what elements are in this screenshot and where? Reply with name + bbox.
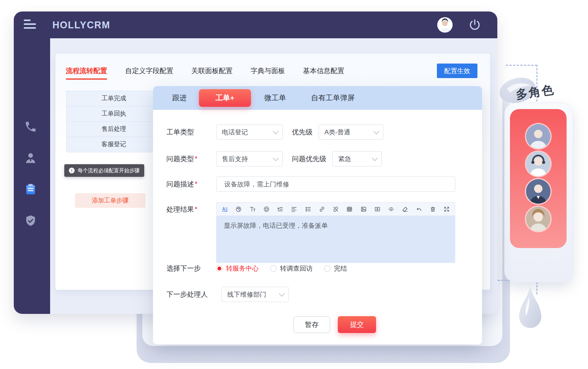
radio-selected-icon xyxy=(216,265,223,272)
save-draft-button[interactable]: 暂存 xyxy=(293,316,330,333)
config-tabs: 流程流转配置 自定义字段配置 关联面板配置 字典与面板 基本信息配置 xyxy=(66,64,362,77)
app-title: HOLLYCRM xyxy=(52,11,110,38)
issue-priority-select[interactable]: 紧急 xyxy=(332,151,382,167)
eraser-icon[interactable] xyxy=(402,206,408,212)
issue-desc-label: 问题描述* xyxy=(166,180,216,189)
shield-check-icon[interactable] xyxy=(24,214,38,228)
palette-icon[interactable] xyxy=(235,206,242,212)
radio-icon xyxy=(270,265,277,272)
align-left-icon[interactable] xyxy=(291,206,297,212)
role-avatar-2 xyxy=(526,152,551,176)
chevron-down-icon xyxy=(279,291,285,297)
fullscreen-icon[interactable] xyxy=(443,206,450,212)
workflow-tooltip: ! 每个流程必须配置开始步骤 xyxy=(64,164,144,177)
link-icon[interactable] xyxy=(319,206,325,212)
dashed-line-top xyxy=(506,65,537,66)
step-row-register[interactable]: 客服登记 xyxy=(67,137,161,152)
chevron-down-icon xyxy=(273,128,279,134)
phone-icon[interactable] xyxy=(24,120,38,134)
workflow-step-list: 工单完成 工单回执 售后处理 客服登记 xyxy=(66,91,161,152)
step-row-complete[interactable]: 工单完成 xyxy=(67,91,161,106)
drop-decoration xyxy=(519,284,541,330)
chevron-down-icon xyxy=(372,155,378,161)
tab-custom-fields[interactable]: 自定义字段配置 xyxy=(125,66,173,75)
priority-select[interactable]: A类-普通 xyxy=(319,124,383,140)
issue-priority-label: 问题优先级 xyxy=(292,154,326,163)
tab-flow-config[interactable]: 流程流转配置 xyxy=(66,66,107,75)
next-step-label: 选择下一步 xyxy=(166,264,216,273)
avatar-strip xyxy=(510,109,567,248)
radio-finish[interactable]: 完结 xyxy=(324,264,347,273)
issue-desc-input[interactable] xyxy=(216,176,455,192)
side-nav xyxy=(14,38,50,314)
tab-own-ticket-popup[interactable]: 自有工单弹屏 xyxy=(311,93,355,103)
page: 多角色 HOLLYCRM xyxy=(0,0,588,369)
issue-type-label: 问题类型* xyxy=(166,154,216,163)
video-icon[interactable] xyxy=(374,206,381,212)
submit-button[interactable]: 提交 xyxy=(338,316,376,333)
power-icon[interactable] xyxy=(468,18,481,31)
table-icon[interactable] xyxy=(346,206,353,212)
tab-dictionary[interactable]: 字典与面板 xyxy=(251,66,285,75)
add-step-button[interactable]: 添加工单步骤 xyxy=(75,193,145,208)
radio-survey-callback[interactable]: 转调查回访 xyxy=(270,264,313,273)
tab-follow-up[interactable]: 跟进 xyxy=(172,93,187,103)
image-icon[interactable] xyxy=(360,206,367,212)
radio-service-center[interactable]: 转服务中心 xyxy=(216,264,259,273)
multi-role-panel xyxy=(504,103,573,282)
role-avatar-3 xyxy=(526,179,551,204)
person-icon[interactable] xyxy=(24,152,38,165)
required-asterisk: * xyxy=(195,206,197,213)
priority-label: 优先级 xyxy=(292,127,313,137)
clipboard-icon[interactable] xyxy=(24,183,38,197)
ticket-type-label: 工单类型 xyxy=(166,127,216,137)
tab-linked-panel[interactable]: 关联面板配置 xyxy=(191,66,233,75)
next-handler-select[interactable]: 线下维修部门 xyxy=(222,287,289,302)
radio-icon xyxy=(324,265,331,272)
indent-icon[interactable] xyxy=(277,206,283,212)
tab-micro-ticket[interactable]: 微工单 xyxy=(264,93,286,103)
editor-toolbar xyxy=(216,202,455,216)
exclamation-icon: ! xyxy=(69,168,75,173)
issue-type-select[interactable]: 售后支持 xyxy=(216,151,283,167)
tab-basic-info[interactable]: 基本信息配置 xyxy=(303,66,344,75)
tooltip-text: 每个流程必须配置开始步骤 xyxy=(78,167,140,174)
user-avatar[interactable] xyxy=(437,17,453,33)
role-avatar-1 xyxy=(526,124,551,149)
result-label: 处理结果* xyxy=(166,202,216,217)
required-asterisk: * xyxy=(195,155,197,163)
list-icon[interactable] xyxy=(305,206,311,212)
modal-tabs: 跟进 工单+ 微工单 自有工单弹屏 xyxy=(153,86,482,110)
next-step-options: 转服务中心 转调查回访 完结 xyxy=(216,264,347,273)
apply-config-button[interactable]: 配置生效 xyxy=(437,64,477,78)
rich-text-editor: 显示屏故障，电话已受理，准备派单 xyxy=(216,202,455,263)
step-row-aftersales[interactable]: 售后处理 xyxy=(67,122,161,137)
menu-icon[interactable] xyxy=(24,20,37,30)
role-avatar-4 xyxy=(526,207,551,231)
undo-icon[interactable] xyxy=(416,206,422,212)
editor-textarea[interactable]: 显示屏故障，电话已受理，准备派单 xyxy=(216,216,455,263)
delete-icon[interactable] xyxy=(430,206,436,212)
emoji-icon[interactable] xyxy=(263,206,270,212)
step-row-receipt[interactable]: 工单回执 xyxy=(67,106,161,122)
top-bar: HOLLYCRM xyxy=(14,11,497,38)
required-asterisk: * xyxy=(195,180,197,188)
ticket-modal: 跟进 工单+ 微工单 自有工单弹屏 工单类型 电话登记 优先级 A类-普通 问题… xyxy=(153,86,482,345)
chevron-down-icon xyxy=(273,155,279,161)
text-format-icon[interactable] xyxy=(222,206,228,212)
ticket-type-select[interactable]: 电话登记 xyxy=(216,124,283,140)
font-size-icon[interactable] xyxy=(249,206,256,212)
next-handler-label: 下一步处理人 xyxy=(166,290,222,299)
unlink-icon[interactable] xyxy=(332,206,339,212)
chevron-down-icon xyxy=(373,128,380,134)
divider-icon[interactable] xyxy=(388,206,394,212)
tab-ticket-plus[interactable]: 工单+ xyxy=(199,89,251,107)
